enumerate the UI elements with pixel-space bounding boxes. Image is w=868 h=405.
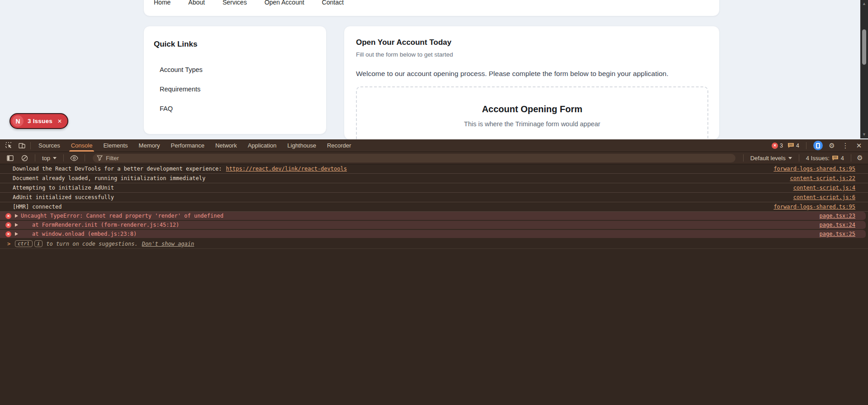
source-location-link[interactable]: page.tsx:25 — [820, 231, 855, 237]
source-location-link[interactable]: page.tsx:24 — [820, 222, 855, 228]
console-log-row: Download the React DevTools for a better… — [0, 164, 868, 174]
badge-close-icon[interactable]: ✕ — [57, 118, 62, 124]
devtools-tab-network[interactable]: Network — [210, 139, 242, 152]
issue-bubble-icon — [787, 143, 794, 148]
source-location-link[interactable]: content-script.js:6 — [793, 194, 855, 200]
source-location-link[interactable]: forward-logs-shared.ts:95 — [773, 166, 855, 172]
close-devtools-icon[interactable]: ✕ — [854, 142, 863, 150]
source-location-link[interactable]: forward-logs-shared.ts:95 — [773, 204, 855, 210]
nextjs-issues-badge[interactable]: N 3 Issues ✕ — [9, 113, 68, 129]
kebab-menu-icon[interactable]: ⋮ — [841, 142, 850, 150]
quick-link-requirements[interactable]: Requirements — [160, 86, 315, 93]
console-message-text: [HMR] connected — [13, 204, 62, 210]
context-selector[interactable]: top — [39, 155, 59, 162]
quick-links-card: Quick Links Account TypesRequirementsFAQ — [143, 26, 327, 134]
expand-triangle-icon[interactable] — [15, 214, 18, 218]
device-toolbar-icon[interactable] — [15, 140, 28, 152]
chevron-down-icon — [788, 157, 792, 159]
console-message-link[interactable]: https://react.dev/link/react-devtools — [226, 166, 347, 172]
prompt-chevron-icon: > — [7, 241, 10, 247]
console-error-row: ✕at window.onload (embed.js:23:8)page.ts… — [0, 230, 866, 239]
inspect-element-icon[interactable] — [3, 140, 15, 152]
settings-gear-icon[interactable]: ⚙ — [827, 142, 836, 150]
issues-summary-count: 4 — [841, 155, 844, 162]
live-expression-eye-icon[interactable] — [68, 152, 81, 164]
filter-text-input[interactable] — [106, 155, 731, 162]
quick-link-account-types[interactable]: Account Types — [160, 66, 315, 73]
source-location-link[interactable]: content-script.js:4 — [793, 185, 855, 191]
log-levels-dropdown[interactable]: Default levels — [748, 155, 795, 162]
dont-show-again-link[interactable]: Don't show again — [142, 241, 194, 247]
devtools-tabs: SourcesConsoleElementsMemoryPerformanceN… — [33, 139, 356, 152]
console-sidebar-toggle-icon[interactable] — [4, 152, 16, 164]
issues-count[interactable]: 4 — [787, 143, 799, 149]
screen: HomeAboutServicesOpen AccountContact Qui… — [0, 0, 868, 405]
issues-summary-label: 4 Issues: — [806, 155, 830, 162]
issue-bubble-icon — [832, 155, 839, 161]
form-placeholder-subtitle: This is where the Triminage form would a… — [357, 120, 707, 128]
console-message-text: Uncaught TypeError: Cannot read property… — [21, 213, 223, 219]
console-prompt[interactable]: > ctrl i to turn on code suggestions. Do… — [0, 239, 868, 249]
page-scrollbar[interactable]: ▲ ▼ — [860, 0, 868, 138]
nextjs-logo: N — [12, 115, 24, 127]
console-error-count[interactable]: ✕ 3 — [772, 143, 783, 149]
console-log-row: AdUnit initialized successfullycontent-s… — [0, 193, 868, 202]
issues-badge-label: 3 Issues — [28, 118, 52, 124]
console-log-row: Document already loaded, running initial… — [0, 174, 868, 183]
devtools-tab-memory[interactable]: Memory — [133, 139, 166, 152]
scroll-up-icon[interactable]: ▲ — [860, 1, 868, 6]
quick-links-list: Account TypesRequirementsFAQ — [154, 66, 315, 112]
issues-summary[interactable]: 4 Issues: 4 — [803, 155, 847, 162]
extension-icon[interactable] — [813, 141, 823, 150]
nav-item-home[interactable]: Home — [154, 0, 171, 6]
source-location-link[interactable]: page.tsx:23 — [820, 213, 855, 219]
console-error-row: ✕Uncaught TypeError: Cannot read propert… — [0, 212, 866, 221]
prompt-hint-text: to turn on code suggestions. — [46, 241, 138, 247]
source-location-link[interactable]: content-script.js:22 — [790, 175, 856, 181]
clear-console-icon[interactable] — [18, 152, 31, 164]
error-count-text: 3 — [780, 143, 783, 149]
console-message-text: Document already loaded, running initial… — [13, 175, 205, 181]
nav-item-open-account[interactable]: Open Account — [265, 0, 304, 6]
expand-triangle-icon[interactable] — [15, 223, 18, 227]
console-message-text: Attempting to initialize AdUnit — [13, 185, 114, 191]
device-glyph-icon — [816, 143, 820, 148]
form-placeholder-box: Account Opening Form This is where the T… — [356, 86, 708, 139]
expand-triangle-icon[interactable] — [15, 232, 18, 236]
page-subtitle: Fill out the form below to get started — [356, 51, 708, 58]
console-rows: Download the React DevTools for a better… — [0, 164, 868, 239]
scroll-down-icon[interactable]: ▼ — [860, 132, 868, 137]
devtools-panel: SourcesConsoleElementsMemoryPerformanceN… — [0, 139, 868, 405]
quick-link-faq[interactable]: FAQ — [160, 105, 315, 112]
devtools-tab-recorder[interactable]: Recorder — [322, 139, 356, 152]
devtools-tab-lighthouse[interactable]: Lighthouse — [282, 139, 322, 152]
nav-item-contact[interactable]: Contact — [322, 0, 344, 6]
console-settings-gear-icon[interactable]: ⚙ — [855, 154, 864, 162]
filter-input[interactable] — [93, 154, 735, 162]
console-message-text: Download the React DevTools for a better… — [13, 166, 225, 172]
console-toolbar: top Default levels — [0, 152, 868, 164]
devtools-tab-sources[interactable]: Sources — [33, 139, 66, 152]
devtools-tab-application[interactable]: Application — [242, 139, 282, 152]
error-icon: ✕ — [5, 231, 11, 237]
form-placeholder-title: Account Opening Form — [357, 104, 707, 114]
scrollbar-thumb[interactable] — [862, 29, 866, 65]
devtools-tabbar-right: ✕ 3 4 ⚙ ⋮ ✕ — [772, 141, 865, 150]
console-message-text: at window.onload (embed.js:23:8) — [32, 231, 137, 237]
devtools-tab-elements[interactable]: Elements — [98, 139, 133, 152]
devtools-tab-performance[interactable]: Performance — [166, 139, 210, 152]
nav-item-about[interactable]: About — [188, 0, 205, 6]
console-log-row: Attempting to initialize AdUnitcontent-s… — [0, 183, 868, 193]
console-log-row: [HMR] connectedforward-logs-shared.ts:95 — [0, 202, 868, 212]
quick-links-title: Quick Links — [154, 40, 315, 49]
devtools-tab-console[interactable]: Console — [66, 139, 98, 152]
page-title: Open Your Account Today — [356, 38, 708, 47]
devtools-tabbar: SourcesConsoleElementsMemoryPerformanceN… — [0, 139, 868, 152]
log-levels-value: Default levels — [750, 155, 786, 162]
nav-item-services[interactable]: Services — [223, 0, 247, 6]
error-icon: ✕ — [772, 143, 778, 149]
error-icon: ✕ — [5, 222, 11, 228]
chevron-down-icon — [53, 157, 57, 159]
console-error-row: ✕at FormRenderer.init (form-renderer.js:… — [0, 221, 866, 230]
error-icon: ✕ — [5, 213, 11, 219]
